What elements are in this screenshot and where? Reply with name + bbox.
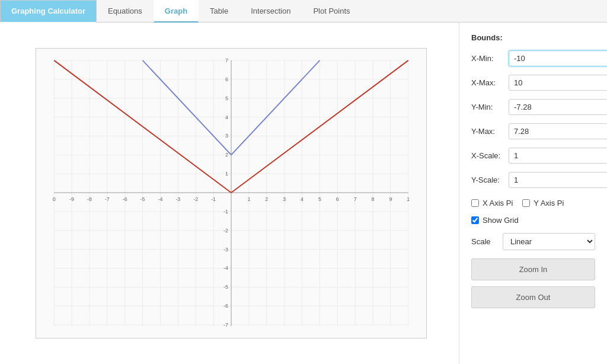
sidebar: Bounds: X-Min: X-Max: Y-Min: Y-Max: X-Sc… — [459, 23, 607, 364]
svg-text:-8: -8 — [87, 196, 91, 202]
y-scale-input[interactable] — [509, 172, 607, 188]
svg-text:9: 9 — [389, 196, 392, 202]
y-min-input[interactable] — [509, 99, 607, 115]
svg-text:5: 5 — [225, 95, 228, 101]
scale-row: Scale Linear Logarithmic — [471, 233, 595, 250]
svg-text:5: 5 — [318, 196, 321, 202]
svg-text:-4: -4 — [158, 196, 162, 202]
y-axis-pi-checkbox[interactable] — [522, 199, 530, 207]
svg-text:4: 4 — [225, 114, 228, 120]
tab-bar: Graphing Calculator Equations Graph Tabl… — [0, 0, 607, 23]
x-axis-pi-label: X Axis Pi — [483, 199, 513, 207]
graph-canvas: 0 -9 -8 -7 -6 -5 -4 -3 -2 -1 1 2 3 4 — [36, 48, 427, 339]
svg-text:-7: -7 — [104, 196, 109, 202]
scale-label: Scale — [471, 237, 498, 246]
svg-text:8: 8 — [371, 196, 374, 202]
graph-area: 0 -9 -8 -7 -6 -5 -4 -3 -2 -1 1 2 3 4 — [0, 23, 459, 364]
x-min-label: X-Min: — [471, 54, 504, 63]
tab-intersection[interactable]: Intersection — [239, 0, 302, 23]
axis-pi-group: X Axis Pi Y Axis Pi — [471, 199, 595, 207]
x-axis-pi-checkbox[interactable] — [471, 199, 479, 207]
y-min-row: Y-Min: — [471, 99, 595, 115]
svg-text:-2: -2 — [223, 228, 228, 234]
show-grid-row: Show Grid — [471, 216, 595, 225]
show-grid-label: Show Grid — [483, 216, 519, 225]
svg-text:-7: -7 — [223, 322, 228, 328]
main-content: 0 -9 -8 -7 -6 -5 -4 -3 -2 -1 1 2 3 4 — [0, 23, 607, 364]
scale-select[interactable]: Linear Logarithmic — [503, 233, 595, 250]
svg-text:-4: -4 — [223, 265, 228, 271]
svg-text:4: 4 — [301, 196, 304, 202]
x-axis-pi-row: X Axis Pi — [471, 199, 513, 207]
svg-text:-2: -2 — [193, 196, 198, 202]
svg-text:3: 3 — [225, 133, 228, 139]
svg-text:7: 7 — [353, 196, 356, 202]
bounds-label: Bounds: — [471, 33, 595, 42]
svg-text:-3: -3 — [223, 247, 228, 253]
svg-text:6: 6 — [336, 196, 338, 202]
x-min-row: X-Min: — [471, 50, 595, 66]
x-max-row: X-Max: — [471, 75, 595, 91]
y-max-row: Y-Max: — [471, 123, 595, 139]
tab-graph[interactable]: Graph — [154, 0, 199, 23]
y-max-label: Y-Max: — [471, 127, 504, 136]
svg-text:1: 1 — [407, 196, 410, 202]
tab-equations[interactable]: Equations — [97, 0, 154, 23]
show-grid-checkbox[interactable] — [471, 216, 479, 224]
tab-graphing-calculator[interactable]: Graphing Calculator — [0, 0, 97, 23]
tab-table[interactable]: Table — [199, 0, 239, 23]
svg-text:-9: -9 — [69, 196, 74, 202]
x-scale-input[interactable] — [509, 148, 607, 164]
svg-text:3: 3 — [283, 196, 286, 202]
svg-text:2: 2 — [265, 196, 268, 202]
x-scale-label: X-Scale: — [471, 151, 504, 160]
y-min-label: Y-Min: — [471, 103, 504, 111]
x-max-label: X-Max: — [471, 78, 504, 87]
svg-text:-1: -1 — [211, 196, 216, 202]
zoom-in-button[interactable]: Zoom In — [471, 258, 595, 280]
y-max-input[interactable] — [509, 123, 607, 139]
svg-text:2: 2 — [225, 152, 228, 158]
svg-text:1: 1 — [225, 171, 228, 177]
y-axis-pi-label: Y Axis Pi — [533, 199, 564, 207]
svg-text:6: 6 — [225, 76, 228, 82]
zoom-out-button[interactable]: Zoom Out — [471, 286, 595, 308]
svg-text:1: 1 — [247, 196, 250, 202]
svg-text:-6: -6 — [223, 303, 228, 309]
y-axis-pi-row: Y Axis Pi — [522, 199, 564, 207]
x-scale-row: X-Scale: — [471, 148, 595, 164]
svg-text:7: 7 — [225, 58, 228, 63]
svg-text:-6: -6 — [122, 196, 127, 202]
svg-text:-5: -5 — [223, 284, 228, 290]
graph-svg: 0 -9 -8 -7 -6 -5 -4 -3 -2 -1 1 2 3 4 — [36, 49, 426, 338]
x-max-input[interactable] — [509, 75, 607, 91]
app-container: Graphing Calculator Equations Graph Tabl… — [0, 0, 607, 364]
svg-text:-5: -5 — [140, 196, 145, 202]
y-scale-label: Y-Scale: — [471, 175, 504, 184]
y-scale-row: Y-Scale: — [471, 172, 595, 188]
svg-text:-3: -3 — [175, 196, 180, 202]
tab-plot-points[interactable]: Plot Points — [302, 0, 361, 23]
svg-text:0: 0 — [52, 196, 55, 202]
svg-text:-1: -1 — [223, 209, 228, 215]
x-min-input[interactable] — [509, 50, 607, 66]
